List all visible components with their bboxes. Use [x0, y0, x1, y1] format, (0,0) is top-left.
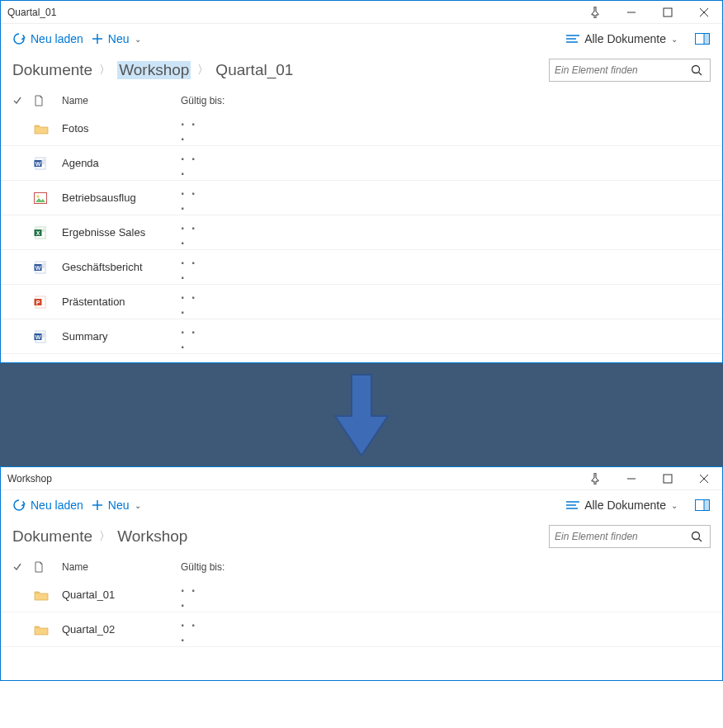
svg-text:P: P: [36, 299, 40, 305]
maximize-button[interactable]: [650, 467, 686, 490]
chevron-right-icon: 〉: [197, 63, 209, 78]
column-valid-until[interactable]: Gültig bis:: [181, 561, 280, 573]
column-headers: Name Gültig bis:: [1, 556, 722, 578]
svg-line-55: [699, 539, 702, 542]
titlebar-controls: [577, 1, 722, 24]
file-row[interactable]: WSummary. . .: [1, 319, 722, 354]
breadcrumb-item-1[interactable]: Workshop: [117, 61, 191, 79]
svg-rect-10: [704, 34, 709, 44]
view-dropdown[interactable]: Alle Dokumente ⌄: [566, 32, 678, 45]
svg-rect-43: [664, 475, 672, 483]
minimize-button[interactable]: [613, 1, 650, 24]
file-row[interactable]: WGeschäftsbericht. . .: [1, 250, 722, 285]
file-name[interactable]: Ergebnisse Sales: [62, 226, 181, 239]
reload-button[interactable]: Neu laden: [12, 32, 83, 45]
search-input[interactable]: [555, 64, 688, 76]
breadcrumb-item-0[interactable]: Dokumente: [12, 527, 92, 546]
search-box[interactable]: [549, 59, 711, 82]
file-row[interactable]: XErgebnisse Sales. . .: [1, 215, 722, 250]
file-name[interactable]: Fotos: [62, 122, 181, 135]
details-pane-button[interactable]: [694, 499, 711, 512]
chevron-right-icon: 〉: [99, 63, 111, 78]
file-actions-menu[interactable]: . . .: [181, 615, 206, 645]
details-pane-button[interactable]: [694, 32, 711, 45]
file-actions-menu[interactable]: . . .: [181, 114, 206, 144]
svg-point-12: [692, 66, 700, 73]
file-row[interactable]: Fotos. . .: [1, 111, 722, 146]
svg-text:W: W: [35, 264, 41, 270]
file-name[interactable]: Prästentation: [62, 295, 181, 308]
reload-button[interactable]: Neu laden: [12, 499, 83, 512]
new-button[interactable]: Neu ⌄: [92, 499, 141, 512]
file-name[interactable]: Summary: [62, 330, 181, 343]
svg-point-21: [37, 195, 40, 197]
titlebar: Workshop: [1, 467, 722, 490]
file-name[interactable]: Quartal_02: [62, 623, 181, 636]
view-label: Alle Dokumente: [584, 32, 666, 45]
breadcrumb-item-0[interactable]: Dokumente: [12, 61, 92, 79]
file-list: Fotos. . .WAgenda. . .Betriebsausflug. .…: [1, 111, 722, 354]
file-actions-menu[interactable]: . . .: [181, 287, 206, 317]
new-label: Neu: [108, 32, 130, 45]
breadcrumb: Dokumente 〉 Workshop: [12, 527, 542, 546]
file-type-icon: [34, 589, 62, 601]
close-button[interactable]: [686, 467, 722, 490]
file-actions-menu[interactable]: . . .: [181, 183, 206, 213]
breadcrumb-row: Dokumente 〉 Workshop 〉 Quartal_01: [1, 54, 722, 90]
titlebar-controls: [577, 467, 722, 490]
file-actions-menu[interactable]: . . .: [181, 149, 206, 178]
minimize-button[interactable]: [613, 467, 650, 490]
svg-point-54: [692, 532, 700, 540]
breadcrumb: Dokumente 〉 Workshop 〉 Quartal_01: [12, 61, 542, 79]
window-title: Workshop: [7, 473, 577, 485]
breadcrumb-item-1[interactable]: Workshop: [117, 527, 187, 546]
view-dropdown[interactable]: Alle Dokumente ⌄: [566, 499, 678, 512]
transition-arrow-area: [0, 363, 723, 466]
file-name[interactable]: Geschäftsbericht: [62, 261, 181, 273]
chevron-right-icon: 〉: [99, 529, 111, 544]
column-headers: Name Gültig bis:: [1, 90, 722, 111]
column-valid-until[interactable]: Gültig bis:: [181, 95, 280, 106]
file-name[interactable]: Agenda: [62, 157, 181, 169]
file-row[interactable]: Quartal_01. . .: [1, 578, 722, 612]
file-actions-menu[interactable]: . . .: [181, 580, 206, 610]
pin-button[interactable]: [577, 1, 613, 24]
file-type-icon: W: [34, 261, 62, 274]
file-row[interactable]: WAgenda. . .: [1, 146, 722, 181]
column-type[interactable]: [34, 95, 62, 106]
maximize-button[interactable]: [650, 1, 686, 24]
close-button[interactable]: [686, 1, 722, 24]
svg-rect-1: [664, 8, 672, 17]
search-box[interactable]: [549, 525, 711, 548]
search-button[interactable]: [688, 531, 705, 542]
svg-line-13: [699, 73, 702, 76]
search-button[interactable]: [688, 64, 705, 76]
file-actions-menu[interactable]: . . .: [181, 253, 206, 282]
svg-text:W: W: [35, 160, 41, 166]
breadcrumb-item-2[interactable]: Quartal_01: [215, 61, 293, 79]
breadcrumb-row: Dokumente 〉 Workshop: [1, 520, 722, 556]
file-row[interactable]: Betriebsausflug. . .: [1, 181, 722, 215]
pin-button[interactable]: [577, 467, 613, 490]
svg-text:W: W: [35, 333, 41, 339]
titlebar: Quartal_01: [1, 1, 722, 24]
window-title: Quartal_01: [7, 7, 577, 18]
toolbar: Neu laden Neu ⌄ Alle Dokumente ⌄: [1, 490, 722, 520]
toolbar: Neu laden Neu ⌄ Alle Dokumente ⌄: [1, 24, 722, 54]
list-icon: [566, 500, 579, 510]
column-type[interactable]: [34, 561, 62, 573]
column-name[interactable]: Name: [62, 95, 181, 106]
file-row[interactable]: PPrästentation. . .: [1, 285, 722, 319]
plus-icon: [92, 33, 103, 45]
file-name[interactable]: Quartal_01: [62, 589, 181, 601]
column-selection[interactable]: [12, 96, 34, 106]
file-actions-menu[interactable]: . . .: [181, 322, 206, 352]
file-name[interactable]: Betriebsausflug: [62, 191, 181, 204]
new-button[interactable]: Neu ⌄: [92, 32, 141, 45]
file-type-icon: [34, 123, 62, 135]
column-name[interactable]: Name: [62, 561, 181, 573]
search-input[interactable]: [555, 531, 688, 542]
file-row[interactable]: Quartal_02. . .: [1, 612, 722, 647]
column-selection[interactable]: [12, 562, 34, 572]
file-actions-menu[interactable]: . . .: [181, 218, 206, 248]
